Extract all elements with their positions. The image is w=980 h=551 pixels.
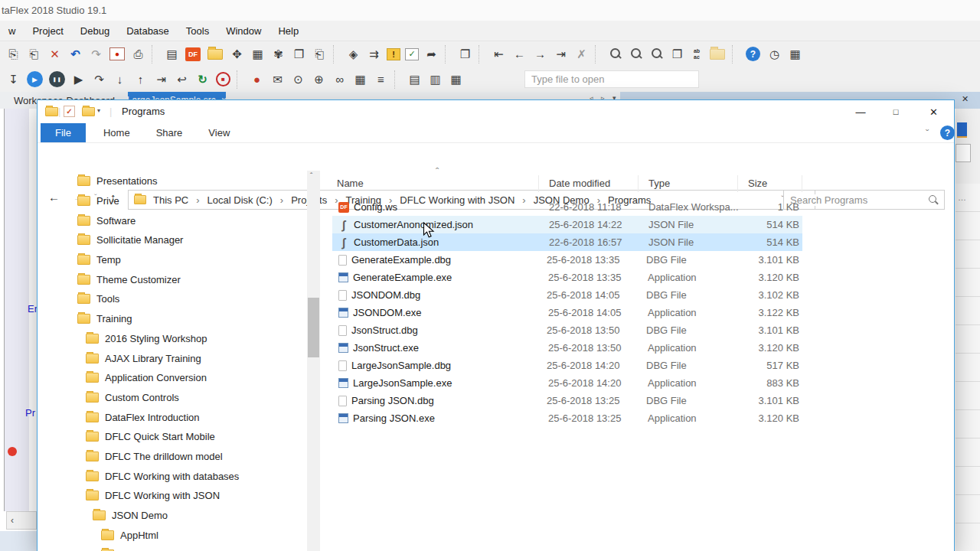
tree-item[interactable]: Presentations [38, 171, 307, 191]
dataflex-icon[interactable]: DF [185, 47, 201, 61]
new-file-icon[interactable]: ⎗ [309, 44, 330, 64]
call-stack-icon[interactable]: ≡ [371, 70, 391, 90]
bookmark-first-icon[interactable]: ⇤ [488, 44, 509, 64]
scroll-up-icon[interactable]: ˆ [310, 172, 312, 181]
database-explorer-icon[interactable]: ▥ [425, 70, 446, 90]
run-to-cursor-icon[interactable]: ⇥ [151, 70, 172, 90]
file-row[interactable]: ∫ CustomerData.json 22-6-2018 16:57 JSON… [332, 233, 802, 251]
tree-item[interactable]: AJAX Library Training [38, 348, 307, 368]
chevron-down-icon[interactable]: ▾ [97, 107, 100, 114]
tree-item[interactable]: Software [38, 210, 307, 230]
check-icon[interactable]: ✓ [405, 48, 419, 60]
open-file-input[interactable] [524, 70, 699, 88]
table-icon[interactable]: ▦ [247, 44, 268, 64]
step-icon[interactable]: ▶ [68, 70, 89, 90]
message-icon[interactable]: ✉ [267, 70, 288, 90]
tree-item[interactable]: DFLC Working with JSON [38, 486, 307, 506]
ribbon-expand-icon[interactable]: ˇ [926, 128, 929, 139]
bookmark-last-icon[interactable]: ⇥ [550, 44, 571, 64]
editor-hscroll-button[interactable]: ‹ [6, 511, 37, 530]
bookmark-next-icon[interactable]: → [530, 44, 550, 64]
compile-icon[interactable]: ◈ [343, 44, 364, 64]
search-folder-icon[interactable] [710, 49, 725, 60]
ribbon-tab[interactable]: Home [90, 123, 143, 142]
warnings-icon[interactable]: ! [387, 48, 400, 60]
search-icon[interactable] [605, 44, 626, 64]
separator[interactable] [595, 45, 602, 64]
pause-icon[interactable]: ❚❚ [49, 71, 65, 87]
tree-item[interactable]: AppSrc [38, 545, 307, 551]
separator[interactable] [732, 45, 739, 64]
separator[interactable] [479, 45, 485, 64]
folder-icon[interactable] [82, 107, 95, 116]
delete-icon[interactable]: ✕ [44, 44, 65, 64]
file-row[interactable]: GenerateExample.dbg 25-6-2018 13:35 DBG … [332, 251, 802, 269]
ribbon-tab[interactable]: Share [143, 123, 196, 142]
tree-item[interactable]: Temp [38, 250, 307, 270]
column-divider[interactable] [638, 175, 639, 192]
separator[interactable] [333, 45, 340, 64]
separator[interactable] [445, 45, 452, 64]
replace-icon[interactable]: ab ac [688, 46, 706, 63]
menu-item[interactable]: Window [217, 25, 270, 37]
database-builder-icon[interactable]: ▦ [446, 70, 466, 90]
column-header-type[interactable]: Type [648, 178, 670, 189]
column-header-size[interactable]: Size [748, 178, 767, 189]
column-header-date[interactable]: Date modified [549, 178, 610, 189]
search-document-icon[interactable]: ❐ [667, 44, 688, 64]
file-row[interactable]: Parsing JSON.dbg 25-6-2018 13:25 DBG Fil… [332, 392, 802, 409]
grid-icon[interactable]: ▦ [785, 44, 805, 64]
search-prev-icon[interactable] [626, 44, 646, 64]
undo-icon[interactable]: ↶ [65, 44, 86, 64]
tree-item[interactable]: Application Conversion [38, 368, 307, 388]
object-tree-icon[interactable]: ✥ [227, 44, 247, 64]
tree-item[interactable]: 2016 Styling Workshop [38, 329, 307, 349]
file-row[interactable]: JsonStruct.exe 25-6-2018 13:50 Applicati… [332, 339, 802, 357]
record-icon[interactable]: ● [109, 47, 125, 60]
file-row[interactable]: Parsing JSON.exe 25-6-2018 13:25 Applica… [332, 409, 802, 427]
help-icon[interactable]: ? [746, 47, 760, 61]
column-divider[interactable] [737, 175, 738, 192]
paste-icon[interactable]: ⎗ [24, 44, 44, 64]
find-in-files-icon[interactable]: ❐ [455, 44, 475, 64]
search-box[interactable] [783, 190, 945, 210]
breakpoint-icon[interactable]: ● [247, 70, 267, 90]
file-row[interactable]: LargeJsonSample.exe 25-6-2018 14:20 Appl… [332, 374, 802, 392]
print-icon[interactable]: ⎙ [128, 44, 149, 64]
locals-grid-icon[interactable]: ▦ [350, 70, 371, 90]
database-table-icon[interactable]: ▤ [404, 70, 425, 90]
run-icon[interactable]: ▶ [27, 71, 43, 87]
tree-item[interactable]: Sollicitatie Manager [38, 230, 307, 250]
exit-icon[interactable]: ➦ [421, 44, 442, 64]
table-explorer-icon[interactable]: ❐ [289, 44, 309, 64]
run-project-icon[interactable]: ⇉ [364, 44, 384, 64]
import-icon[interactable]: ↧ [3, 70, 24, 90]
goto-line-icon[interactable]: ↩ [172, 70, 192, 90]
menu-item[interactable]: Database [118, 25, 178, 37]
separator[interactable] [237, 70, 243, 89]
menu-item[interactable]: Debug [72, 25, 118, 37]
bookmark-prev-icon[interactable]: ← [509, 44, 530, 64]
menu-item[interactable]: Tools [178, 25, 217, 37]
scrollbar-thumb[interactable] [308, 298, 319, 357]
maximize-button[interactable]: □ [878, 100, 913, 123]
file-row[interactable]: ∫ CustomerAnonomized.json 25-6-2018 14:2… [332, 216, 802, 233]
explorer-titlebar[interactable]: | ✓ ▾ | Programs — □ ✕ [38, 100, 954, 123]
restart-icon[interactable]: ↻ [192, 70, 213, 90]
step-out-icon[interactable]: ↑ [130, 70, 151, 90]
bookmark-clear-icon[interactable]: ✗ [571, 44, 592, 64]
properties-check-icon[interactable]: ✓ [64, 106, 75, 117]
file-row[interactable]: LargeJsonSample.dbg 25-6-2018 14:20 DBG … [332, 357, 802, 374]
file-row[interactable]: JSONDOM.dbg 25-6-2018 14:05 DBG File 3.1… [332, 286, 802, 304]
search-next-icon[interactable] [646, 44, 667, 64]
tree-item[interactable]: Prive [38, 191, 307, 211]
tree-item[interactable]: Tools [38, 289, 307, 309]
copy-icon[interactable]: ⎘ [3, 44, 24, 64]
step-into-icon[interactable]: ↓ [109, 70, 130, 90]
open-workspace-icon[interactable] [207, 49, 223, 60]
panel-close-icon[interactable]: ✕ [962, 94, 969, 104]
tree-item[interactable]: DFLC Working with databases [38, 466, 307, 486]
palette-icon[interactable]: ✾ [268, 44, 289, 64]
close-button[interactable]: ✕ [913, 100, 954, 123]
column-header-name[interactable]: Name [337, 178, 364, 189]
